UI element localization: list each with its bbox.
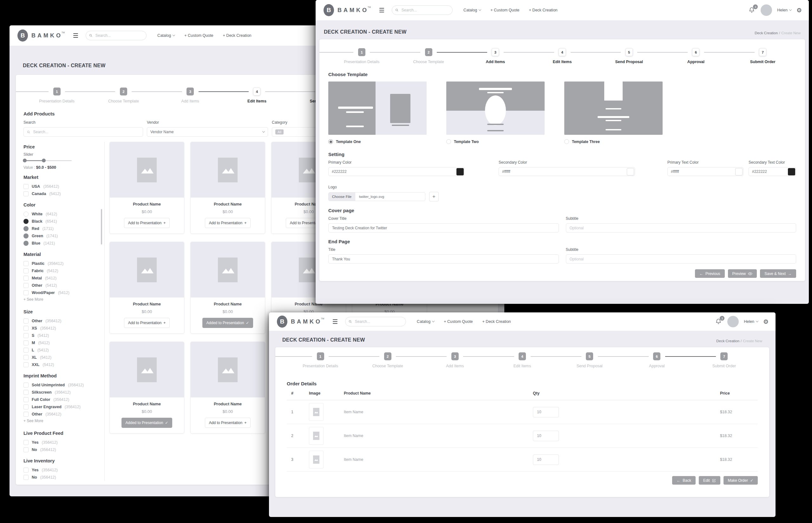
- filter-option[interactable]: Silkscreen (356412): [23, 389, 99, 396]
- step-number[interactable]: 7: [720, 353, 728, 360]
- checkbox[interactable]: [23, 468, 29, 473]
- see-more-link[interactable]: + See More: [23, 297, 99, 304]
- search-input[interactable]: [95, 33, 143, 38]
- add-to-presentation-button[interactable]: Add to Presentation +: [205, 218, 251, 228]
- notifications-bell-icon[interactable]: 3: [715, 318, 722, 325]
- back-button[interactable]: ← Back: [672, 476, 696, 485]
- template-three-radio-option[interactable]: Template Three: [564, 139, 663, 144]
- checkbox[interactable]: [23, 191, 29, 196]
- step-number[interactable]: 7: [759, 48, 766, 56]
- checkbox[interactable]: [23, 340, 29, 345]
- edit-button[interactable]: Edit: [699, 476, 720, 485]
- global-search[interactable]: [392, 5, 453, 15]
- filter-option[interactable]: Canada (5412): [23, 190, 99, 197]
- template-one-radio-option[interactable]: Template One: [328, 139, 427, 144]
- checkbox[interactable]: [23, 440, 29, 445]
- checkbox[interactable]: [23, 319, 29, 324]
- add-to-presentation-button[interactable]: Add to Presentation +: [124, 218, 170, 228]
- filter-option[interactable]: XL (5412): [23, 354, 99, 361]
- checkbox[interactable]: [23, 261, 29, 266]
- color-swatch-dot[interactable]: [23, 241, 29, 246]
- avatar[interactable]: [761, 4, 772, 16]
- filter-option[interactable]: Green (1741): [23, 232, 99, 239]
- vendor-select[interactable]: Vendor Name: [147, 127, 268, 137]
- checkbox[interactable]: [23, 290, 29, 295]
- avatar[interactable]: [727, 316, 739, 327]
- product-search[interactable]: [23, 127, 143, 137]
- checkbox[interactable]: [23, 390, 29, 395]
- add-to-presentation-button[interactable]: Add to Presentation +: [124, 318, 170, 328]
- filter-option[interactable]: USA (356412): [23, 183, 99, 190]
- qty-input[interactable]: 10: [533, 454, 559, 465]
- global-search[interactable]: [345, 317, 406, 326]
- template-three-thumbnail[interactable]: [564, 82, 663, 135]
- nav-deck-creation[interactable]: + Deck Creation: [529, 8, 558, 12]
- hamburger-menu-icon[interactable]: [73, 33, 78, 38]
- checkbox[interactable]: [23, 268, 29, 273]
- checkbox[interactable]: [23, 355, 29, 360]
- end-title-input[interactable]: [328, 254, 559, 264]
- checkbox[interactable]: [23, 283, 29, 288]
- step-number[interactable]: 4: [559, 48, 566, 56]
- radio-icon[interactable]: [564, 139, 569, 144]
- global-search[interactable]: [86, 31, 147, 40]
- checkbox[interactable]: [23, 412, 29, 417]
- filter-option[interactable]: No (356412): [23, 473, 99, 481]
- scrollbar[interactable]: [101, 209, 102, 245]
- step-number[interactable]: 5: [626, 48, 633, 56]
- step-number[interactable]: 6: [692, 48, 699, 56]
- template-two-radio-option[interactable]: Template Two: [446, 139, 545, 144]
- add-logo-button[interactable]: +: [429, 192, 439, 201]
- filter-option[interactable]: Sold Unimprinted (356412): [23, 381, 99, 389]
- checkbox[interactable]: [23, 447, 29, 452]
- preview-button[interactable]: Preview: [728, 269, 757, 278]
- secondary-text-color-input[interactable]: #222222: [748, 167, 796, 176]
- user-menu[interactable]: Helen: [744, 319, 758, 324]
- step-number[interactable]: 5: [586, 353, 593, 360]
- filter-option[interactable]: Yes (356412): [23, 466, 99, 473]
- hamburger-menu-icon[interactable]: [333, 319, 338, 324]
- filter-option[interactable]: No (356412): [23, 446, 99, 453]
- nav-custom-quote[interactable]: + Custom Quote: [444, 319, 473, 324]
- color-swatch[interactable]: [788, 168, 795, 175]
- step-number[interactable]: 1: [53, 88, 60, 95]
- qty-input[interactable]: 10: [533, 431, 559, 441]
- color-swatch[interactable]: [735, 168, 742, 175]
- template-two-thumbnail[interactable]: [446, 82, 545, 135]
- filter-option[interactable]: L (5412): [23, 346, 99, 354]
- choose-file-button[interactable]: Choose File: [329, 193, 355, 201]
- hamburger-menu-icon[interactable]: [379, 8, 384, 13]
- filter-option[interactable]: S (5412): [23, 332, 99, 339]
- filter-option[interactable]: Red (1711): [23, 225, 99, 232]
- qty-input[interactable]: 10: [533, 407, 559, 417]
- secondary-color-input[interactable]: #ffffff: [499, 167, 635, 176]
- checkbox[interactable]: [23, 362, 29, 367]
- step-number[interactable]: 2: [120, 88, 127, 95]
- color-swatch[interactable]: [456, 168, 464, 175]
- template-one-thumbnail[interactable]: [328, 82, 427, 135]
- end-subtitle-input[interactable]: [566, 254, 796, 264]
- save-next-button[interactable]: Save & Next →: [760, 269, 796, 278]
- step-number[interactable]: 2: [384, 353, 392, 360]
- step-number[interactable]: 3: [492, 48, 499, 56]
- radio-icon[interactable]: [446, 139, 451, 144]
- slider-handle-min[interactable]: [23, 159, 26, 162]
- nav-custom-quote[interactable]: + Custom Quote: [490, 8, 519, 12]
- color-swatch-dot[interactable]: [23, 219, 29, 224]
- filter-option[interactable]: Blue (1421): [23, 239, 99, 247]
- nav-deck-creation[interactable]: + Deck Creation: [483, 319, 511, 324]
- filter-option[interactable]: Other (356412): [23, 410, 99, 418]
- filter-option[interactable]: White (6412): [23, 210, 99, 218]
- checkbox[interactable]: [23, 382, 29, 387]
- step-number[interactable]: 4: [519, 353, 526, 360]
- step-number[interactable]: 6: [653, 353, 661, 360]
- add-to-presentation-button[interactable]: Added to Presentation ✓: [122, 418, 173, 428]
- filter-option[interactable]: XS (356412): [23, 324, 99, 332]
- filter-option[interactable]: Fabric (5412): [23, 267, 99, 274]
- step-number[interactable]: 3: [186, 88, 194, 95]
- checkbox[interactable]: [23, 348, 29, 353]
- cover-title-input[interactable]: [328, 223, 559, 233]
- filter-option[interactable]: Yes (356412): [23, 439, 99, 446]
- product-search-input[interactable]: [32, 129, 140, 134]
- category-chip[interactable]: All: [275, 129, 284, 134]
